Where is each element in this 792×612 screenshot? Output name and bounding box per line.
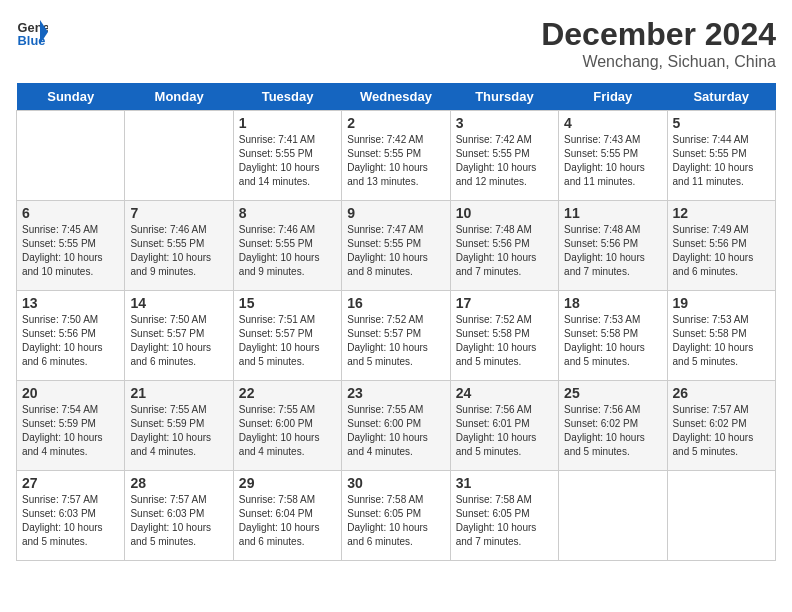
- calendar-cell: 4Sunrise: 7:43 AMSunset: 5:55 PMDaylight…: [559, 111, 667, 201]
- day-info: Sunrise: 7:50 AMSunset: 5:57 PMDaylight:…: [130, 313, 227, 369]
- logo-icon: General Blue: [16, 16, 48, 48]
- day-info: Sunrise: 7:43 AMSunset: 5:55 PMDaylight:…: [564, 133, 661, 189]
- day-number: 1: [239, 115, 336, 131]
- page-title: December 2024: [541, 16, 776, 53]
- calendar-cell: 16Sunrise: 7:52 AMSunset: 5:57 PMDayligh…: [342, 291, 450, 381]
- day-number: 18: [564, 295, 661, 311]
- calendar-cell: 19Sunrise: 7:53 AMSunset: 5:58 PMDayligh…: [667, 291, 775, 381]
- calendar-cell: 31Sunrise: 7:58 AMSunset: 6:05 PMDayligh…: [450, 471, 558, 561]
- day-number: 5: [673, 115, 770, 131]
- day-info: Sunrise: 7:56 AMSunset: 6:02 PMDaylight:…: [564, 403, 661, 459]
- calendar-cell: 21Sunrise: 7:55 AMSunset: 5:59 PMDayligh…: [125, 381, 233, 471]
- day-info: Sunrise: 7:49 AMSunset: 5:56 PMDaylight:…: [673, 223, 770, 279]
- calendar-cell: 2Sunrise: 7:42 AMSunset: 5:55 PMDaylight…: [342, 111, 450, 201]
- calendar-cell: 7Sunrise: 7:46 AMSunset: 5:55 PMDaylight…: [125, 201, 233, 291]
- day-info: Sunrise: 7:46 AMSunset: 5:55 PMDaylight:…: [130, 223, 227, 279]
- day-number: 4: [564, 115, 661, 131]
- calendar-cell: 24Sunrise: 7:56 AMSunset: 6:01 PMDayligh…: [450, 381, 558, 471]
- calendar-cell: 20Sunrise: 7:54 AMSunset: 5:59 PMDayligh…: [17, 381, 125, 471]
- day-info: Sunrise: 7:52 AMSunset: 5:58 PMDaylight:…: [456, 313, 553, 369]
- calendar-cell: 6Sunrise: 7:45 AMSunset: 5:55 PMDaylight…: [17, 201, 125, 291]
- calendar-week-3: 20Sunrise: 7:54 AMSunset: 5:59 PMDayligh…: [17, 381, 776, 471]
- day-number: 14: [130, 295, 227, 311]
- day-number: 3: [456, 115, 553, 131]
- day-info: Sunrise: 7:55 AMSunset: 6:00 PMDaylight:…: [239, 403, 336, 459]
- day-info: Sunrise: 7:46 AMSunset: 5:55 PMDaylight:…: [239, 223, 336, 279]
- calendar-cell: 9Sunrise: 7:47 AMSunset: 5:55 PMDaylight…: [342, 201, 450, 291]
- day-info: Sunrise: 7:47 AMSunset: 5:55 PMDaylight:…: [347, 223, 444, 279]
- day-info: Sunrise: 7:57 AMSunset: 6:02 PMDaylight:…: [673, 403, 770, 459]
- title-area: December 2024 Wenchang, Sichuan, China: [541, 16, 776, 71]
- day-info: Sunrise: 7:55 AMSunset: 6:00 PMDaylight:…: [347, 403, 444, 459]
- day-number: 9: [347, 205, 444, 221]
- calendar-cell: 15Sunrise: 7:51 AMSunset: 5:57 PMDayligh…: [233, 291, 341, 381]
- calendar-cell: [17, 111, 125, 201]
- calendar-cell: [125, 111, 233, 201]
- calendar-cell: 22Sunrise: 7:55 AMSunset: 6:00 PMDayligh…: [233, 381, 341, 471]
- day-info: Sunrise: 7:50 AMSunset: 5:56 PMDaylight:…: [22, 313, 119, 369]
- calendar-table: SundayMondayTuesdayWednesdayThursdayFrid…: [16, 83, 776, 561]
- day-number: 10: [456, 205, 553, 221]
- day-header-wednesday: Wednesday: [342, 83, 450, 111]
- calendar-cell: 27Sunrise: 7:57 AMSunset: 6:03 PMDayligh…: [17, 471, 125, 561]
- calendar-cell: 25Sunrise: 7:56 AMSunset: 6:02 PMDayligh…: [559, 381, 667, 471]
- calendar-cell: 26Sunrise: 7:57 AMSunset: 6:02 PMDayligh…: [667, 381, 775, 471]
- day-number: 22: [239, 385, 336, 401]
- day-number: 30: [347, 475, 444, 491]
- calendar-cell: [667, 471, 775, 561]
- calendar-cell: 30Sunrise: 7:58 AMSunset: 6:05 PMDayligh…: [342, 471, 450, 561]
- day-info: Sunrise: 7:58 AMSunset: 6:05 PMDaylight:…: [456, 493, 553, 549]
- day-number: 26: [673, 385, 770, 401]
- day-number: 2: [347, 115, 444, 131]
- day-number: 23: [347, 385, 444, 401]
- calendar-cell: 23Sunrise: 7:55 AMSunset: 6:00 PMDayligh…: [342, 381, 450, 471]
- calendar-cell: 5Sunrise: 7:44 AMSunset: 5:55 PMDaylight…: [667, 111, 775, 201]
- day-number: 29: [239, 475, 336, 491]
- calendar-week-4: 27Sunrise: 7:57 AMSunset: 6:03 PMDayligh…: [17, 471, 776, 561]
- calendar-cell: 8Sunrise: 7:46 AMSunset: 5:55 PMDaylight…: [233, 201, 341, 291]
- day-number: 7: [130, 205, 227, 221]
- day-info: Sunrise: 7:45 AMSunset: 5:55 PMDaylight:…: [22, 223, 119, 279]
- day-info: Sunrise: 7:48 AMSunset: 5:56 PMDaylight:…: [456, 223, 553, 279]
- day-info: Sunrise: 7:57 AMSunset: 6:03 PMDaylight:…: [130, 493, 227, 549]
- day-info: Sunrise: 7:56 AMSunset: 6:01 PMDaylight:…: [456, 403, 553, 459]
- day-info: Sunrise: 7:52 AMSunset: 5:57 PMDaylight:…: [347, 313, 444, 369]
- day-number: 15: [239, 295, 336, 311]
- day-info: Sunrise: 7:51 AMSunset: 5:57 PMDaylight:…: [239, 313, 336, 369]
- day-number: 28: [130, 475, 227, 491]
- calendar-cell: 17Sunrise: 7:52 AMSunset: 5:58 PMDayligh…: [450, 291, 558, 381]
- day-info: Sunrise: 7:53 AMSunset: 5:58 PMDaylight:…: [673, 313, 770, 369]
- day-info: Sunrise: 7:57 AMSunset: 6:03 PMDaylight:…: [22, 493, 119, 549]
- calendar-cell: 1Sunrise: 7:41 AMSunset: 5:55 PMDaylight…: [233, 111, 341, 201]
- calendar-cell: 10Sunrise: 7:48 AMSunset: 5:56 PMDayligh…: [450, 201, 558, 291]
- day-number: 21: [130, 385, 227, 401]
- day-header-monday: Monday: [125, 83, 233, 111]
- page-subtitle: Wenchang, Sichuan, China: [541, 53, 776, 71]
- day-info: Sunrise: 7:54 AMSunset: 5:59 PMDaylight:…: [22, 403, 119, 459]
- day-number: 20: [22, 385, 119, 401]
- day-number: 16: [347, 295, 444, 311]
- day-number: 8: [239, 205, 336, 221]
- day-number: 31: [456, 475, 553, 491]
- day-number: 25: [564, 385, 661, 401]
- day-header-sunday: Sunday: [17, 83, 125, 111]
- calendar-cell: 13Sunrise: 7:50 AMSunset: 5:56 PMDayligh…: [17, 291, 125, 381]
- day-info: Sunrise: 7:55 AMSunset: 5:59 PMDaylight:…: [130, 403, 227, 459]
- calendar-week-1: 6Sunrise: 7:45 AMSunset: 5:55 PMDaylight…: [17, 201, 776, 291]
- calendar-cell: 12Sunrise: 7:49 AMSunset: 5:56 PMDayligh…: [667, 201, 775, 291]
- calendar-cell: 11Sunrise: 7:48 AMSunset: 5:56 PMDayligh…: [559, 201, 667, 291]
- calendar-cell: 18Sunrise: 7:53 AMSunset: 5:58 PMDayligh…: [559, 291, 667, 381]
- calendar-week-0: 1Sunrise: 7:41 AMSunset: 5:55 PMDaylight…: [17, 111, 776, 201]
- day-header-saturday: Saturday: [667, 83, 775, 111]
- day-info: Sunrise: 7:48 AMSunset: 5:56 PMDaylight:…: [564, 223, 661, 279]
- day-info: Sunrise: 7:44 AMSunset: 5:55 PMDaylight:…: [673, 133, 770, 189]
- day-info: Sunrise: 7:41 AMSunset: 5:55 PMDaylight:…: [239, 133, 336, 189]
- day-info: Sunrise: 7:42 AMSunset: 5:55 PMDaylight:…: [456, 133, 553, 189]
- day-header-friday: Friday: [559, 83, 667, 111]
- day-number: 12: [673, 205, 770, 221]
- day-info: Sunrise: 7:42 AMSunset: 5:55 PMDaylight:…: [347, 133, 444, 189]
- day-number: 19: [673, 295, 770, 311]
- day-number: 6: [22, 205, 119, 221]
- day-header-tuesday: Tuesday: [233, 83, 341, 111]
- calendar-cell: [559, 471, 667, 561]
